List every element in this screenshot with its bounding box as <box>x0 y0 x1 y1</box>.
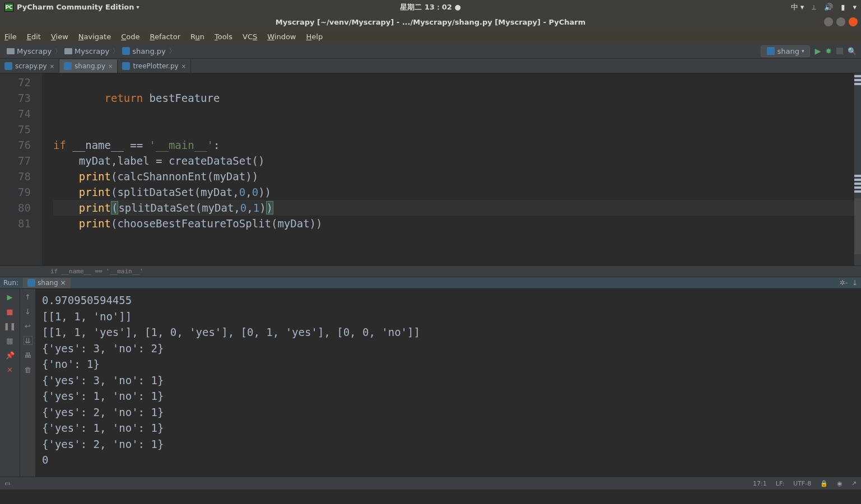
minimize-button[interactable] <box>824 17 833 26</box>
volume-icon[interactable]: 🔊 <box>824 3 833 11</box>
wifi-icon[interactable]: ⟂ <box>812 3 816 11</box>
editor-tab[interactable]: scrapy.py× <box>0 59 59 73</box>
breadcrumb-item[interactable]: Myscrapy <box>62 46 111 57</box>
pycharm-icon: PC <box>4 3 13 12</box>
editor-tab[interactable]: treePlotter.py× <box>118 59 191 73</box>
menu-code[interactable]: Code <box>121 32 139 41</box>
breadcrumb: Myscrapy 〉 Myscrapy 〉 shang.py 〉 <box>4 46 175 57</box>
layout-button[interactable]: ▦ <box>6 336 15 345</box>
run-toolwindow-header: Run: shang× ✲- ⤓ <box>0 277 861 289</box>
close-icon[interactable]: × <box>60 279 66 287</box>
chevron-right-icon: 〉 <box>169 47 175 55</box>
chevron-down-icon: ▾ <box>802 48 804 54</box>
editor-scrollbar[interactable] <box>854 73 861 265</box>
soft-wrap-button[interactable]: ↩ <box>24 321 32 330</box>
goto-icon[interactable]: ↗ <box>851 480 857 487</box>
python-file-icon <box>64 62 72 70</box>
close-tab-icon[interactable]: × <box>181 63 186 69</box>
scroll-end-button[interactable]: ⇊ <box>24 336 32 345</box>
python-file-icon <box>4 62 12 70</box>
input-method-indicator[interactable]: 中 ▾ <box>791 2 804 12</box>
lock-icon[interactable]: 🔒 <box>820 480 828 487</box>
menu-run[interactable]: Run <box>190 32 204 41</box>
maximize-button[interactable] <box>836 17 845 26</box>
menu-help[interactable]: Help <box>306 32 323 41</box>
status-icon[interactable]: ▭ <box>4 480 10 487</box>
menu-refactor[interactable]: Refactor <box>150 32 180 41</box>
menu-vcs[interactable]: VCS <box>243 32 257 41</box>
python-file-icon <box>27 279 35 287</box>
run-output-panel: ▶ ■ ❚❚ ▦ 📌 ✕ ↑ ↓ ↩ ⇊ 🖶 🗑 0.970950594455 … <box>0 289 861 477</box>
app-name-label[interactable]: PyCharm Community Edition <box>17 3 134 11</box>
line-separator[interactable]: LF: <box>776 480 784 487</box>
search-button[interactable]: 🔍 <box>848 47 857 55</box>
cursor-position[interactable]: 17:1 <box>753 480 767 487</box>
menu-view[interactable]: View <box>51 32 68 41</box>
editor-breadcrumb: if __name__ == '__main__' <box>0 265 861 277</box>
breadcrumb-item[interactable]: Myscrapy <box>4 46 54 57</box>
stop-run-button[interactable]: ■ <box>6 307 15 316</box>
settings-icon[interactable]: ✲- <box>840 279 848 287</box>
folder-icon <box>7 48 15 54</box>
navigation-bar: Myscrapy 〉 Myscrapy 〉 shang.py 〉 shang ▾… <box>0 44 861 59</box>
pin-button[interactable]: 📌 <box>6 351 15 360</box>
hide-panel-icon[interactable]: ⤓ <box>852 279 858 287</box>
menu-window[interactable]: Window <box>267 32 296 41</box>
status-bar: ▭ 17:1 LF: UTF-8 🔒 ◉ ↗ <box>0 477 861 489</box>
window-titlebar: Myscrapy [~/venv/Myscrapy] - .../Myscrap… <box>0 14 861 30</box>
down-stack-button[interactable]: ↓ <box>24 307 32 316</box>
inspection-icon[interactable]: ◉ <box>837 480 843 487</box>
folder-icon <box>64 48 72 54</box>
line-number-gutter: 7273747576▶7778798081 <box>0 73 42 265</box>
print-button[interactable]: 🖶 <box>24 351 32 360</box>
python-file-icon <box>122 62 130 70</box>
code-area[interactable]: return bestFeature if __name__ == '__mai… <box>42 73 854 265</box>
clear-button[interactable]: 🗑 <box>24 365 32 374</box>
menu-file[interactable]: File <box>4 32 17 41</box>
close-run-button[interactable]: ✕ <box>6 365 15 374</box>
file-encoding[interactable]: UTF-8 <box>793 480 811 487</box>
battery-icon[interactable]: ▮ <box>841 3 845 11</box>
run-side-toolbar-2: ↑ ↓ ↩ ⇊ 🖶 🗑 <box>20 289 35 477</box>
python-file-icon <box>122 47 130 55</box>
run-tab[interactable]: shang× <box>23 278 71 288</box>
chevron-right-icon: 〉 <box>55 47 61 55</box>
breadcrumb-item[interactable]: shang.py <box>120 46 168 57</box>
window-title: Myscrapy [~/venv/Myscrapy] - .../Myscrap… <box>276 18 586 26</box>
editor-tab[interactable]: shang.py× <box>59 59 118 73</box>
close-window-button[interactable] <box>849 17 858 26</box>
stop-button[interactable] <box>836 48 843 54</box>
rerun-button[interactable]: ▶ <box>6 292 15 301</box>
debug-button[interactable]: ✸ <box>825 46 832 55</box>
close-tab-icon[interactable]: × <box>50 63 54 69</box>
system-menu-arrow-icon[interactable]: ▾ <box>853 3 857 11</box>
run-config-selector[interactable]: shang ▾ <box>761 45 810 57</box>
run-button[interactable]: ▶ <box>815 46 821 55</box>
editor[interactable]: 7273747576▶7778798081 return bestFeature… <box>0 73 861 265</box>
up-stack-button[interactable]: ↑ <box>24 292 32 301</box>
clock-label[interactable]: 星期二 13：02 ● <box>400 2 461 12</box>
python-file-icon <box>767 47 775 55</box>
os-topbar: PC PyCharm Community Edition ▾ 星期二 13：02… <box>0 0 861 14</box>
app-menu-arrow-icon[interactable]: ▾ <box>137 4 139 10</box>
menu-bar: File Edit View Navigate Code Refactor Ru… <box>0 30 861 44</box>
console-output[interactable]: 0.970950594455 [[1, 1, 'no']] [[1, 1, 'y… <box>35 289 861 477</box>
menu-navigate[interactable]: Navigate <box>78 32 111 41</box>
run-side-toolbar: ▶ ■ ❚❚ ▦ 📌 ✕ <box>0 289 20 477</box>
chevron-right-icon: 〉 <box>113 47 119 55</box>
run-label: Run: <box>3 279 18 287</box>
close-tab-icon[interactable]: × <box>108 63 113 69</box>
menu-edit[interactable]: Edit <box>27 32 41 41</box>
pause-button[interactable]: ❚❚ <box>6 321 15 330</box>
editor-tabs: scrapy.py×shang.py×treePlotter.py× <box>0 59 861 73</box>
menu-tools[interactable]: Tools <box>215 32 232 41</box>
